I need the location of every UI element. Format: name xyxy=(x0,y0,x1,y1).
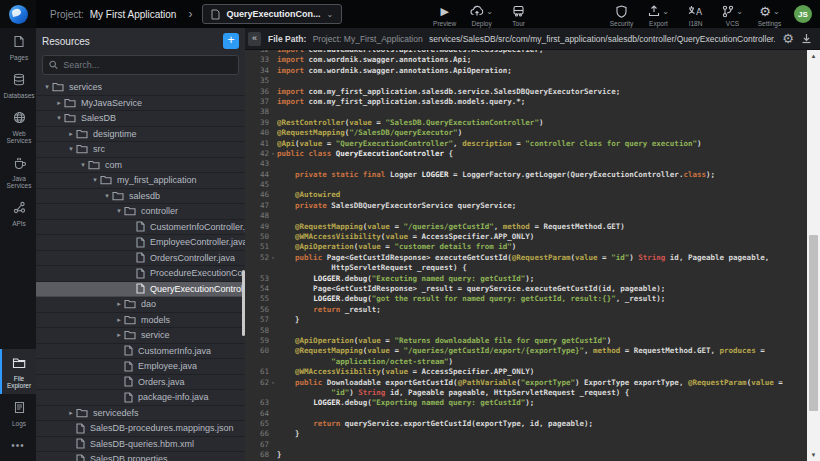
caret-right-icon[interactable]: ▸ xyxy=(114,300,124,308)
file-settings-icon[interactable]: ⚙ xyxy=(782,32,794,45)
editor-scrollbar[interactable]: ▲ ▼ xyxy=(807,50,820,461)
tree-item-customerinfocontroller-java[interactable]: CustomerInfoController.java xyxy=(36,220,245,236)
fold-marker-icon[interactable]: - xyxy=(269,253,277,263)
topbar-security-button[interactable]: Security xyxy=(603,2,640,27)
file-path-bar: « File Path: Project: My_First_Applicati… xyxy=(245,28,820,50)
tree-item-dao[interactable]: ▸ dao xyxy=(36,297,245,313)
tree-item-src[interactable]: ▾ src xyxy=(36,142,245,158)
tree-item-salesdb[interactable]: ▾ salesdb xyxy=(36,189,245,205)
code-lines: 32import com.wavemaker.tools.api.core.mo… xyxy=(245,50,807,461)
topbar-vcs-button[interactable]: ⌄ VCS xyxy=(714,2,751,27)
tree-item-salesdb-properties[interactable]: SalesDB.properties xyxy=(36,452,245,461)
databases-icon xyxy=(13,72,25,90)
tree-item-package-info-java[interactable]: package-info.java xyxy=(36,390,245,406)
rail-item-databases[interactable]: Databases xyxy=(0,66,36,104)
tree-item-controller[interactable]: ▾ controller xyxy=(36,204,245,220)
topbar-i18n-button[interactable]: A I18N xyxy=(677,2,714,27)
line-number: 62 xyxy=(245,378,269,388)
rail-item-web-services[interactable]: WebServices xyxy=(0,104,36,149)
topbar-settings-button[interactable]: ⚙⌄ Settings xyxy=(751,2,788,27)
fold-gutter xyxy=(269,367,277,377)
code-editor[interactable]: 32import com.wavemaker.tools.api.core.mo… xyxy=(245,50,820,461)
tree-item-models[interactable]: ▸ models xyxy=(36,313,245,329)
resources-search[interactable] xyxy=(42,55,239,75)
line-number xyxy=(245,388,269,398)
caret-down-icon[interactable]: ▾ xyxy=(78,161,88,169)
collapse-panel-button[interactable]: « xyxy=(248,32,261,46)
editor-scrollbar-thumb[interactable] xyxy=(809,235,818,411)
line-number: 56 xyxy=(245,305,269,315)
rail-item-logs[interactable]: Logs xyxy=(0,394,36,432)
scroll-up-arrow-icon[interactable]: ▲ xyxy=(807,50,820,62)
fold-marker-icon[interactable]: - xyxy=(269,378,277,388)
wavemaker-logo[interactable] xyxy=(0,0,36,28)
fold-gutter xyxy=(269,180,277,190)
caret-right-icon[interactable]: ▸ xyxy=(114,331,124,339)
tree-item-queryexecutioncontroller-java[interactable]: QueryExecutionController.java xyxy=(36,282,245,298)
caret-right-icon[interactable]: ▸ xyxy=(114,316,124,324)
code-text: return queryService.exportGetCustId(expo… xyxy=(277,419,807,429)
caret-down-icon[interactable]: ▾ xyxy=(42,83,52,91)
scroll-down-arrow-icon[interactable]: ▼ xyxy=(807,449,820,461)
caret-down-icon[interactable]: ▾ xyxy=(102,192,112,200)
code-text: public Downloadable exportGetCustId(@Pat… xyxy=(277,378,807,388)
resources-title: Resources xyxy=(42,36,223,47)
caret-down-icon[interactable]: ▾ xyxy=(66,145,76,153)
topbar-deploy-button[interactable]: ⌄ Deploy xyxy=(463,2,500,27)
tree-item-orderscontroller-java[interactable]: OrdersController.java xyxy=(36,251,245,267)
topbar-export-button[interactable]: ⌄ Export xyxy=(640,2,677,27)
code-text: @RestController(value = "SalesDB.QueryEx… xyxy=(277,118,807,128)
app-window: Project: My First Application › QueryExe… xyxy=(0,0,820,461)
line-number: 42 xyxy=(245,149,269,159)
folder-icon xyxy=(76,408,88,418)
code-text: import com.wordnik.swagger.annotations.A… xyxy=(277,66,807,76)
fold-marker-icon[interactable]: - xyxy=(269,149,277,159)
code-text xyxy=(277,107,807,117)
resources-panel: Resources + ▾ services▸ MyJavaService▾ S… xyxy=(36,28,245,461)
tree-item-designtime[interactable]: ▸ designtime xyxy=(36,127,245,143)
caret-down-icon[interactable]: ▾ xyxy=(54,114,64,122)
open-file-dropdown[interactable]: QueryExecutionCon... ⌄ xyxy=(202,4,342,24)
code-line: 34import com.wordnik.swagger.annotations… xyxy=(245,66,807,76)
fold-gutter xyxy=(269,263,277,273)
tree-item-myjavaservice[interactable]: ▸ MyJavaService xyxy=(36,96,245,112)
rail-more-button[interactable]: ••• xyxy=(0,432,36,461)
download-file-icon[interactable] xyxy=(801,33,812,44)
tree-item-salesdb-queries-hbm-xml[interactable]: SalesDB-queries.hbm.xml xyxy=(36,437,245,453)
apis-label: APIs xyxy=(12,220,26,227)
tree-item-procedureexecutioncontroller-java[interactable]: ProcedureExecutionController.java xyxy=(36,266,245,282)
tree-item-label: salesdb xyxy=(129,191,160,201)
rail-item-pages[interactable]: Pages xyxy=(0,28,36,66)
tree-item-customerinfo-java[interactable]: CustomerInfo.java xyxy=(36,344,245,360)
rail-item-file-explorer[interactable]: FileExplorer xyxy=(0,349,36,394)
search-input[interactable] xyxy=(63,60,232,70)
caret-right-icon[interactable]: ▸ xyxy=(66,409,76,417)
add-resource-button[interactable]: + xyxy=(223,33,239,49)
code-text: @WMAccessVisibility(value = AccessSpecif… xyxy=(277,367,807,377)
tree-item-com[interactable]: ▾ com xyxy=(36,158,245,174)
tree-item-label: EmployeeController.java xyxy=(150,237,245,247)
topbar-preview-button[interactable]: ▶ Preview xyxy=(426,2,463,27)
caret-down-icon[interactable]: ▾ xyxy=(114,207,124,215)
tree-item-service[interactable]: ▸ service xyxy=(36,328,245,344)
tree-item-employee-java[interactable]: Employee.java xyxy=(36,359,245,375)
tree-item-services[interactable]: ▾ services xyxy=(36,80,245,96)
fold-gutter xyxy=(269,128,277,138)
tree-item-my-first-application[interactable]: ▾ my_first_application xyxy=(36,173,245,189)
caret-right-icon[interactable]: ▸ xyxy=(54,99,64,107)
fold-gutter xyxy=(269,440,277,450)
tree-item-salesdb-procedures-mappings-json[interactable]: SalesDB-procedures.mappings.json xyxy=(36,421,245,437)
rail-item-java-services[interactable]: JavaServices xyxy=(0,149,36,194)
tree-item-servicedefs[interactable]: ▸ servicedefs xyxy=(36,406,245,422)
topbar-tour-button[interactable]: Tour xyxy=(500,2,537,27)
rail-item-apis[interactable]: APIs xyxy=(0,194,36,232)
fold-gutter xyxy=(269,336,277,346)
tree-item-salesdb[interactable]: ▾ SalesDB xyxy=(36,111,245,127)
tree-item-orders-java[interactable]: Orders.java xyxy=(36,375,245,391)
caret-right-icon[interactable]: ▸ xyxy=(66,130,76,138)
tree-item-label: CustomerInfo.java xyxy=(138,346,211,356)
user-avatar[interactable]: JS xyxy=(794,5,812,23)
caret-down-icon[interactable]: ▾ xyxy=(90,176,100,184)
tree-item-employeecontroller-java[interactable]: EmployeeController.java xyxy=(36,235,245,251)
file-icon xyxy=(136,237,145,248)
